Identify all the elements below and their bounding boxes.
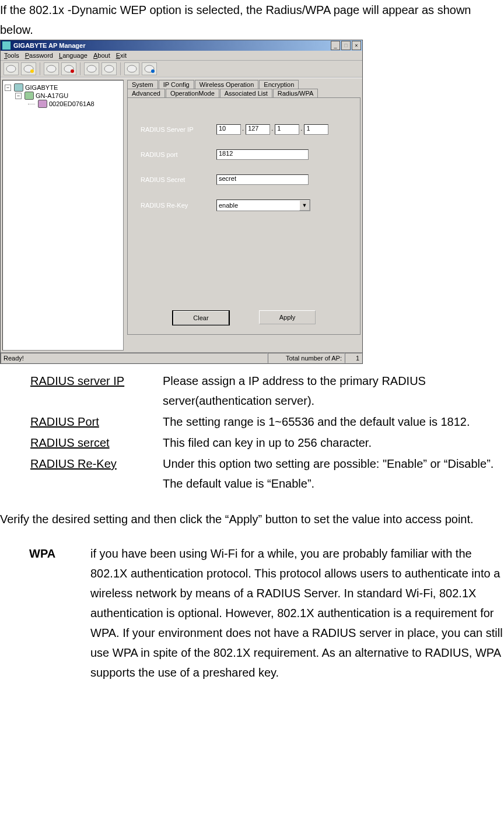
svg-point-5 <box>71 69 74 73</box>
row-radius-ip: RADIUS Server IP 10. 127. 1. 1 <box>141 124 347 135</box>
close-button[interactable]: × <box>352 41 361 50</box>
toolbar <box>1 61 362 78</box>
desc-label-secret: RADIUS sercet <box>30 433 162 453</box>
wpa-label: WPA <box>29 544 90 682</box>
label-radius-rekey: RADIUS Re-Key <box>141 202 216 209</box>
svg-point-6 <box>87 65 96 72</box>
select-value: enable <box>219 202 238 209</box>
collapse-icon[interactable]: − <box>5 85 11 91</box>
status-ready: Ready! <box>1 353 268 363</box>
svg-point-2 <box>30 69 34 73</box>
tab-opmode[interactable]: OperationMode <box>166 89 219 97</box>
tab-radius[interactable]: Radius/WPA <box>273 89 318 97</box>
svg-point-8 <box>127 65 136 72</box>
desc-label-port: RADIUS Port <box>30 412 162 432</box>
verify-text: Verify the desired setting and then clic… <box>0 509 504 529</box>
tree-child2[interactable]: 0020ED0761A8 <box>28 100 121 108</box>
desc-label-rekey: RADIUS Re-Key <box>30 454 162 493</box>
ip-octet-1[interactable]: 10 <box>216 124 241 135</box>
menu-bar: Tools Password Language About Exit <box>1 51 362 61</box>
tree-view[interactable]: − GIGABYTE − GN-A17GU 0020ED0761A8 <box>2 80 124 351</box>
main-panel: System IP Config Wireless Operation Encr… <box>127 80 360 351</box>
intro-text: If the 802.1x -Dynamic WEP option is sel… <box>0 0 504 40</box>
device-icon <box>38 100 47 108</box>
input-radius-port[interactable]: 1812 <box>216 149 309 160</box>
status-ap-number: 1 <box>345 353 362 363</box>
tree-root-label: GIGABYTE <box>25 84 58 91</box>
tab-advanced[interactable]: Advanced <box>127 89 165 97</box>
tool-icon[interactable] <box>4 62 19 75</box>
window-title: GIGABYTE AP Manager <box>11 42 330 49</box>
clear-button[interactable]: Clear <box>172 310 230 325</box>
svg-point-7 <box>104 65 114 72</box>
wpa-text: if you have been using Wi-Fi for a while… <box>90 544 504 682</box>
status-ap-label: Total number of AP: <box>268 353 345 363</box>
tab-system[interactable]: System <box>127 80 158 89</box>
tab-row-2: Advanced OperationMode Associated List R… <box>127 89 360 97</box>
select-radius-rekey[interactable]: enable ▼ <box>216 199 310 211</box>
desc-text-secret: This filed can key in up to 256 characte… <box>163 433 503 453</box>
tab-panel: RADIUS Server IP 10. 127. 1. 1 RADIUS po… <box>127 97 360 335</box>
tool-icon[interactable] <box>44 62 59 75</box>
input-radius-secret[interactable]: secret <box>216 174 309 185</box>
chevron-down-icon[interactable]: ▼ <box>299 200 310 211</box>
tree-child1-label: GN-A17GU <box>36 92 68 99</box>
tab-row-1: System IP Config Wireless Operation Encr… <box>127 80 360 89</box>
svg-point-3 <box>47 65 56 72</box>
menu-language[interactable]: Language <box>59 52 88 59</box>
row-radius-port: RADIUS port 1812 <box>141 149 347 160</box>
separator <box>80 62 80 75</box>
tool-icon[interactable] <box>102 62 117 75</box>
label-radius-secret: RADIUS Secret <box>141 176 216 183</box>
label-radius-ip: RADIUS Server IP <box>141 126 216 133</box>
separator <box>40 62 40 75</box>
svg-point-10 <box>151 69 155 73</box>
status-bar: Ready! Total number of AP: 1 <box>1 352 362 363</box>
app-window: GIGABYTE AP Manager _ □ × Tools Password… <box>0 40 363 364</box>
menu-about[interactable]: About <box>93 52 110 59</box>
menu-tools[interactable]: Tools <box>4 52 19 59</box>
tool-icon[interactable] <box>21 62 36 75</box>
tree-child1[interactable]: − GN-A17GU <box>15 92 121 100</box>
app-icon <box>2 41 11 50</box>
tab-assoc[interactable]: Associated List <box>220 89 272 97</box>
tool-icon[interactable] <box>84 62 99 75</box>
tree-root[interactable]: − GIGABYTE <box>5 83 121 92</box>
ip-input-group: 10. 127. 1. 1 <box>216 124 330 135</box>
device-icon <box>14 83 23 92</box>
tab-encryption[interactable]: Encryption <box>259 80 299 89</box>
ip-octet-4[interactable]: 1 <box>304 124 328 135</box>
desc-label-ip: RADIUS server IP <box>30 371 162 411</box>
clear-button-label: Clear <box>173 311 229 325</box>
description-table: RADIUS server IP Please assign a IP addr… <box>29 370 504 495</box>
row-radius-rekey: RADIUS Re-Key enable ▼ <box>141 199 347 211</box>
label-radius-port: RADIUS port <box>141 151 216 158</box>
tool-icon[interactable] <box>124 62 139 75</box>
maximize-button[interactable]: □ <box>341 41 351 50</box>
ip-octet-3[interactable]: 1 <box>275 124 299 135</box>
button-row: Clear Apply <box>128 310 360 325</box>
ip-octet-2[interactable]: 127 <box>246 124 270 135</box>
tool-icon[interactable] <box>61 62 76 75</box>
tool-icon[interactable] <box>142 62 157 75</box>
row-radius-secret: RADIUS Secret secret <box>141 174 347 185</box>
desc-text-rekey: Under this option two setting are possib… <box>163 454 503 493</box>
menu-password[interactable]: Password <box>25 52 53 59</box>
title-bar: GIGABYTE AP Manager _ □ × <box>1 40 362 51</box>
tree-connector <box>28 104 35 104</box>
wpa-section: WPA if you have been using Wi-Fi for a w… <box>29 544 504 682</box>
minimize-button[interactable]: _ <box>331 41 340 50</box>
apply-button[interactable]: Apply <box>259 310 316 324</box>
collapse-icon[interactable]: − <box>15 93 22 99</box>
separator <box>120 62 121 75</box>
client-area: − GIGABYTE − GN-A17GU 0020ED0761A8 Syste… <box>1 78 362 352</box>
device-icon <box>24 92 34 100</box>
menu-exit[interactable]: Exit <box>116 52 127 59</box>
desc-text-port: The setting range is 1~65536 and the def… <box>163 412 503 432</box>
svg-point-0 <box>6 65 16 72</box>
tab-wireless[interactable]: Wireless Operation <box>195 80 259 89</box>
tree-child2-label: 0020ED0761A8 <box>49 100 94 107</box>
tab-ipconfig[interactable]: IP Config <box>159 80 194 89</box>
desc-text-ip: Please assign a IP address to the primar… <box>163 371 503 411</box>
